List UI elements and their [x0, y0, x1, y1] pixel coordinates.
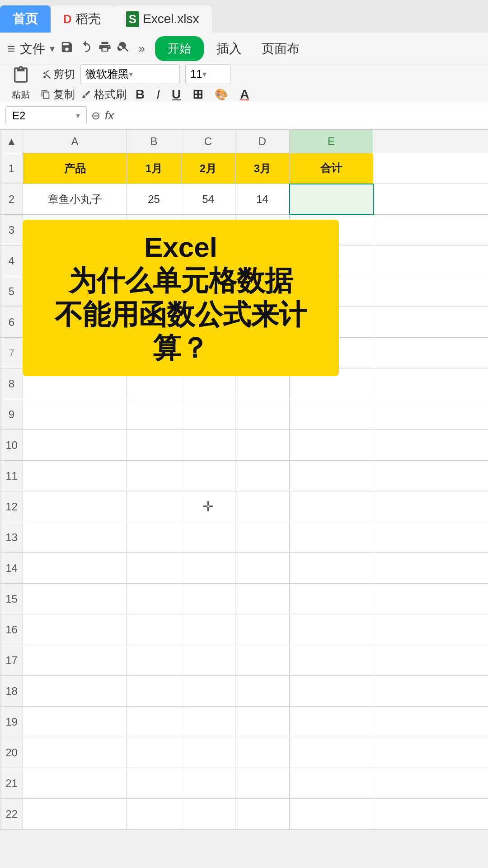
cell-f7: [373, 338, 488, 368]
table-row: 13: [0, 522, 488, 553]
italic-button[interactable]: I: [154, 86, 163, 103]
cell-ref-value: E2: [12, 109, 25, 122]
cell-f2: [373, 184, 488, 215]
table-row: 19: [0, 707, 488, 737]
row-num-4: 4: [0, 245, 23, 276]
table-row: 11: [0, 461, 488, 491]
table-row: 22: [0, 799, 488, 830]
formula-input[interactable]: [118, 109, 483, 122]
overlay-text: Excel 为什么单元格数据 不能用函数公式来计算？: [36, 231, 325, 365]
tab-draft-label: 稻壳: [75, 10, 101, 28]
cell-e2[interactable]: [290, 184, 373, 215]
cell-c1[interactable]: 2月: [181, 153, 235, 184]
search-icon[interactable]: [117, 40, 131, 57]
cut-button[interactable]: 剪切: [41, 67, 75, 81]
start-button[interactable]: 开始: [155, 36, 204, 61]
cell-f4: [373, 245, 488, 276]
cell-a1[interactable]: 产品: [23, 153, 127, 184]
format-row1: 剪切 微软雅黑 ▾ 11 ▾: [41, 64, 230, 84]
fill-color-button[interactable]: 🎨: [212, 87, 231, 102]
table-row: 15: [0, 584, 488, 614]
brush-label: 格式刷: [94, 87, 127, 102]
page-button[interactable]: 页面布: [262, 40, 300, 57]
row-num-2: 2: [0, 184, 23, 215]
table-row: 1 产品 1月 2月 3月 合计: [0, 153, 488, 184]
paste-icon: [12, 66, 30, 89]
cell-f6: [373, 307, 488, 338]
col-header-rest[interactable]: [373, 130, 488, 153]
bold-button[interactable]: B: [133, 86, 147, 103]
more-icon[interactable]: »: [139, 42, 145, 56]
table-row: 17: [0, 645, 488, 676]
paste-label: 粘贴: [12, 89, 30, 101]
overlay-banner: Excel 为什么单元格数据 不能用函数公式来计算？: [23, 220, 339, 376]
tab-bar: 首页 D 稻壳 S Excel.xlsx: [0, 0, 488, 33]
underline-button[interactable]: U: [169, 86, 183, 103]
zoom-icon[interactable]: ⊖: [91, 109, 100, 122]
file-label[interactable]: 文件: [20, 40, 45, 57]
overlay-line2: 为什么单元格数据: [36, 264, 325, 297]
spreadsheet: ▲ A B C D E 1 产品 1月 2月 3月 合计 2: [0, 129, 488, 830]
paste-group[interactable]: 粘贴: [7, 66, 34, 101]
cell-f5: [373, 276, 488, 307]
cell-d2[interactable]: 14: [235, 184, 290, 215]
file-dropdown-icon[interactable]: ▾: [50, 43, 55, 55]
row-num-7: 7: [0, 338, 23, 368]
brush-button[interactable]: 格式刷: [81, 87, 127, 102]
formula-bar: E2 ▾ ⊖ fx: [0, 102, 488, 129]
copy-button[interactable]: 复制: [41, 87, 75, 102]
font-size-value: 11: [190, 68, 202, 80]
cell-f3: [373, 215, 488, 245]
tab-home-label: 首页: [13, 10, 38, 28]
fx-label: fx: [105, 108, 114, 123]
cell-f1: [373, 153, 488, 184]
cell-e1[interactable]: 合计: [290, 153, 373, 184]
col-header-a[interactable]: A: [23, 130, 127, 153]
col-header-rownum: ▲: [0, 130, 23, 153]
font-color-button[interactable]: A: [237, 86, 252, 103]
menu-group: ≡ 文件 ▾: [7, 40, 55, 57]
col-header-e[interactable]: E: [290, 130, 373, 153]
col-header-c[interactable]: C: [181, 130, 235, 153]
cell-c2[interactable]: 54: [181, 184, 235, 215]
col-header-d[interactable]: D: [235, 130, 290, 153]
tab-draft[interactable]: D 稻壳: [51, 5, 113, 33]
cell-reference[interactable]: E2 ▾: [5, 106, 87, 125]
save-icon[interactable]: [60, 40, 74, 57]
row-num-3: 3: [0, 215, 23, 245]
tab-excel[interactable]: S Excel.xlsx: [113, 5, 212, 33]
draft-icon: D: [63, 12, 72, 26]
row-num-6: 6: [0, 307, 23, 338]
format-row2: 复制 格式刷 B I U ⊞ 🎨 A: [41, 86, 252, 103]
table-row: 16: [0, 614, 488, 645]
excel-icon: S: [126, 11, 139, 27]
crosshair-icon: ✛: [202, 499, 214, 514]
col-header-b[interactable]: B: [127, 130, 181, 153]
tab-home[interactable]: 首页: [0, 5, 51, 33]
print-icon[interactable]: [98, 40, 112, 57]
table-row: 20: [0, 737, 488, 768]
border-button[interactable]: ⊞: [190, 86, 206, 103]
overlay-line3: 不能用函数公式来计算？: [36, 298, 325, 365]
font-dropdown-icon: ▾: [129, 69, 133, 79]
cell-a2[interactable]: 章鱼小丸子: [23, 184, 127, 215]
font-selector[interactable]: 微软雅黑 ▾: [80, 64, 180, 84]
table-row: 14: [0, 553, 488, 584]
font-size-selector[interactable]: 11 ▾: [185, 64, 230, 84]
tab-excel-label: Excel.xlsx: [143, 12, 199, 26]
cell-b2[interactable]: 25: [127, 184, 181, 215]
format-group: 剪切 微软雅黑 ▾ 11 ▾ 复制 格式刷 B I U ⊞ �: [41, 64, 252, 103]
copy-label: 复制: [53, 87, 75, 102]
insert-button[interactable]: 插入: [216, 40, 242, 57]
cut-label: 剪切: [53, 67, 75, 81]
row-num-1: 1: [0, 153, 23, 184]
overlay-line1: Excel: [36, 231, 325, 264]
table-row: 18: [0, 676, 488, 707]
cell-d1[interactable]: 3月: [235, 153, 290, 184]
table-row: 10: [0, 430, 488, 461]
undo-icon[interactable]: [79, 40, 93, 57]
table-row: 9: [0, 399, 488, 430]
cell-ref-dropdown[interactable]: ▾: [76, 111, 80, 121]
menu-icon[interactable]: ≡: [7, 41, 15, 57]
cell-b1[interactable]: 1月: [127, 153, 181, 184]
